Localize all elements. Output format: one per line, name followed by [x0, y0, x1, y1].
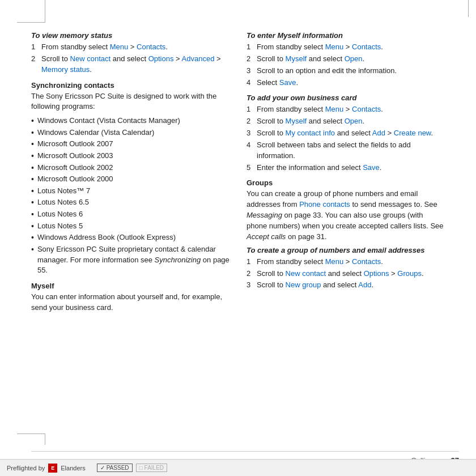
link-contacts: Contacts: [352, 42, 381, 51]
section-create-group: To create a group of numbers and email a…: [246, 246, 445, 291]
list-item-text: Windows Contact (Vista Contacts Manager): [37, 116, 180, 127]
link-new-group: New group: [286, 280, 321, 289]
link-menu: Menu: [110, 42, 129, 51]
step-3-business-card: 3 Scroll to My contact info and select A…: [246, 128, 445, 139]
step-1-create-group: 1 From standby select Menu > Contacts.: [246, 257, 445, 267]
link-create-new: Create new: [394, 129, 431, 137]
fold-mark-top-right: [468, 0, 473, 17]
link-options: Options: [364, 269, 389, 278]
link-new-contact: New contact: [70, 54, 111, 63]
list-item-text: Windows Address Book (Outlook Express): [37, 232, 176, 244]
link-save: Save: [363, 163, 380, 172]
step-content: Scroll between tabs and select the field…: [257, 140, 445, 162]
link-advanced: Advanced: [182, 54, 215, 63]
list-item-text: Microsoft Outlook 2000: [37, 174, 113, 185]
link-open: Open: [345, 117, 363, 125]
step-num: 1: [246, 42, 254, 53]
list-item-text: Lotus Notes 6: [37, 209, 83, 220]
steps-business-card: 1 From standby select Menu > Contacts. 2…: [246, 104, 445, 173]
step-num: 4: [246, 140, 254, 162]
step-content: Scroll to Myself and select Open.: [257, 54, 445, 65]
link-menu: Menu: [325, 42, 344, 51]
step-num: 2: [246, 54, 254, 65]
step-content: From standby select Menu > Contacts.: [257, 104, 445, 115]
list-item: Windows Calendar (Vista Calendar): [31, 128, 230, 139]
step-content: Scroll to Myself and select Open.: [257, 116, 445, 127]
step-content: Scroll to New contact and select Options…: [257, 269, 445, 279]
link-options: Options: [148, 54, 174, 63]
link-memory-status: Memory status: [41, 65, 90, 74]
step-4-business-card: 4 Scroll between tabs and select the fie…: [246, 140, 445, 162]
step-content: Scroll to New contact and select Options…: [41, 54, 230, 75]
left-column: To view memory status 1 From standby sel…: [31, 31, 230, 431]
list-item-text: Lotus Notes 6.5: [37, 197, 89, 209]
section-enter-myself: To enter Myself information 1 From stand…: [246, 31, 445, 88]
link-menu: Menu: [325, 257, 344, 266]
link-my-contact-info: My contact info: [286, 129, 335, 137]
section-title-enter-myself: To enter Myself information: [246, 31, 445, 40]
content-area: To view memory status 1 From standby sel…: [31, 31, 445, 431]
preflight-bar: Preflighted by E Elanders ✓ PASSED □ FAI…: [0, 459, 476, 476]
list-item: Microsoft Outlook 2002: [31, 163, 230, 174]
page-container: To view memory status 1 From standby sel…: [0, 0, 476, 476]
list-item: Microsoft Outlook 2007: [31, 139, 230, 150]
section-title-create-group: To create a group of numbers and email a…: [246, 246, 445, 254]
link-add: Add: [358, 280, 371, 289]
passed-label: PASSED: [107, 465, 129, 471]
step-num: 3: [246, 66, 254, 76]
list-item: Microsoft Outlook 2000: [31, 174, 230, 185]
check-icon: ✓: [100, 465, 105, 471]
preflighted-text: Preflighted by: [7, 465, 45, 471]
heading-synchronizing: Synchronizing contacts: [31, 81, 230, 90]
step-2-create-group: 2 Scroll to New contact and select Optio…: [246, 269, 445, 279]
bullet-list-synchronizing: Windows Contact (Vista Contacts Manager)…: [31, 116, 230, 276]
fold-mark-bottom-left: [17, 434, 45, 445]
link-save: Save: [279, 78, 296, 87]
step-5-business-card: 5 Enter the information and select Save.: [246, 163, 445, 173]
steps-create-group: 1 From standby select Menu > Contacts. 2…: [246, 257, 445, 291]
step-num: 1: [246, 257, 254, 267]
body-groups: You can create a group of phone numbers …: [246, 189, 445, 242]
step-content: Scroll to My contact info and select Add…: [257, 128, 445, 139]
list-item: Lotus Notes 6.5: [31, 197, 230, 209]
link-menu: Menu: [325, 105, 344, 113]
step-4-enter-myself: 4 Select Save.: [246, 78, 445, 88]
list-item-text: Lotus Notes 5: [37, 221, 83, 232]
step-content: From standby select Menu > Contacts.: [41, 42, 230, 53]
italic-synchronizing: Synchronizing: [155, 256, 201, 264]
list-item: Lotus Notes™ 7: [31, 186, 230, 197]
failed-box: □ FAILED: [136, 464, 168, 472]
step-num: 2: [246, 116, 254, 127]
italic-messaging: Messaging: [246, 211, 282, 219]
section-title-view-memory: To view memory status: [31, 31, 230, 40]
failed-check-icon: □: [139, 465, 143, 471]
list-item: Microsoft Outlook 2003: [31, 151, 230, 162]
body-synchronizing: The Sony Ericsson PC Suite is designed t…: [31, 91, 230, 113]
link-open: Open: [345, 54, 363, 63]
section-groups: Groups You can create a group of phone n…: [246, 178, 445, 242]
section-synchronizing: Synchronizing contacts The Sony Ericsson…: [31, 81, 230, 277]
link-phone-contacts: Phone contacts: [299, 200, 350, 209]
elanders-icon: E: [48, 464, 57, 473]
step-1-business-card: 1 From standby select Menu > Contacts.: [246, 104, 445, 115]
list-item: Windows Address Book (Outlook Express): [31, 232, 230, 244]
list-item-text: Microsoft Outlook 2003: [37, 151, 113, 162]
step-1-view-memory: 1 From standby select Menu > Contacts.: [31, 42, 230, 53]
list-item-text: Windows Calendar (Vista Calendar): [37, 128, 154, 139]
link-contacts: Contacts: [137, 42, 165, 51]
section-view-memory: To view memory status 1 From standby sel…: [31, 31, 230, 75]
list-item-text: Microsoft Outlook 2002: [37, 163, 113, 174]
list-item: Sony Ericsson PC Suite proprietary conta…: [31, 244, 230, 277]
step-num: 3: [246, 280, 254, 291]
link-contacts: Contacts: [352, 105, 381, 113]
step-num: 2: [246, 269, 254, 279]
elanders-label: Elanders: [61, 465, 85, 471]
list-item: Windows Contact (Vista Contacts Manager): [31, 116, 230, 127]
list-item: Lotus Notes 6: [31, 209, 230, 220]
steps-enter-myself: 1 From standby select Menu > Contacts. 2…: [246, 42, 445, 88]
body-myself: You can enter information about yourself…: [31, 292, 230, 313]
step-3-enter-myself: 3 Scroll to an option and edit the infor…: [246, 66, 445, 76]
heading-myself: Myself: [31, 282, 230, 290]
step-num: 1: [31, 42, 39, 53]
link-myself: Myself: [286, 54, 307, 63]
